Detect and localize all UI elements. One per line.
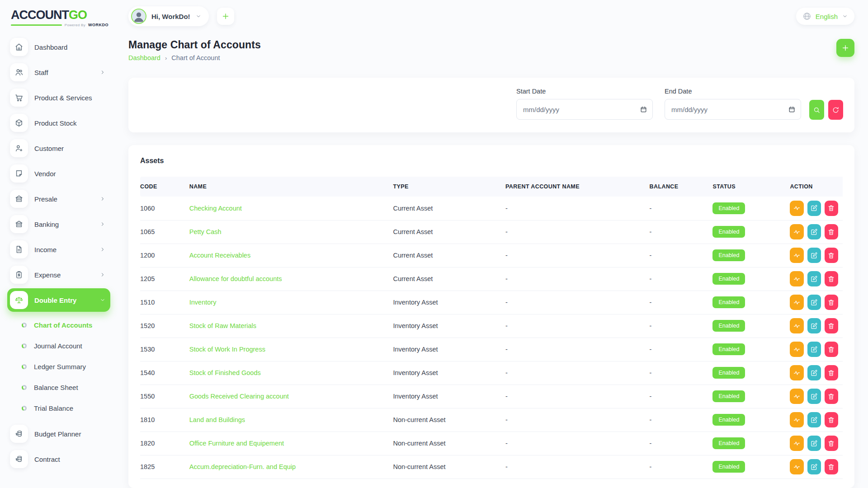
- sidebar-item-income[interactable]: Income: [7, 238, 110, 261]
- activity-button[interactable]: [790, 271, 803, 286]
- parent-account: -: [505, 385, 650, 408]
- activity-button[interactable]: [790, 365, 803, 380]
- account-name-link[interactable]: Stock of Raw Materials: [189, 322, 256, 329]
- sidebar-item-product-services[interactable]: Product & Services: [7, 86, 110, 109]
- status-badge: Enabled: [712, 437, 745, 450]
- sidebar-item-customer[interactable]: Customer: [7, 136, 110, 160]
- delete-button[interactable]: [825, 459, 838, 474]
- account-type: Current Asset: [393, 220, 505, 244]
- sidebar-subitem-chart-of-accounts[interactable]: Chart of Accounts: [7, 314, 110, 335]
- edit-button[interactable]: [807, 248, 821, 263]
- sidebar-subitem-journal-account[interactable]: Journal Account: [7, 335, 110, 356]
- sidebar-subitem-trial-balance[interactable]: Trial Balance: [7, 398, 110, 418]
- sidebar-item-label: Dashboard: [34, 43, 106, 51]
- edit-button[interactable]: [807, 295, 821, 310]
- accounts-table: CODE NAME TYPE PARENT ACCOUNT NAME BALAN…: [140, 177, 843, 479]
- delete-button[interactable]: [825, 389, 838, 404]
- edit-button[interactable]: [807, 459, 821, 474]
- account-code: 1530: [140, 338, 189, 361]
- activity-button[interactable]: [790, 248, 803, 263]
- sidebar-item-dashboard[interactable]: Dashboard: [7, 35, 110, 59]
- activity-button[interactable]: [790, 342, 803, 357]
- sidebar-item-expense[interactable]: Expense: [7, 263, 110, 286]
- sidebar-subitem-balance-sheet[interactable]: Balance Sheet: [7, 377, 110, 398]
- search-button[interactable]: [809, 100, 824, 120]
- account-code: 1550: [140, 385, 189, 408]
- start-date-input[interactable]: [516, 99, 653, 120]
- delete-button[interactable]: [825, 295, 838, 310]
- sidebar-item-banking[interactable]: Banking: [7, 212, 110, 236]
- activity-button[interactable]: [790, 412, 803, 427]
- delete-button[interactable]: [825, 224, 838, 239]
- account-name-link[interactable]: Account Receivables: [189, 252, 250, 259]
- sidebar-item-presale[interactable]: Presale: [7, 187, 110, 211]
- note-icon: [10, 164, 28, 183]
- edit-button[interactable]: [807, 271, 821, 286]
- delete-button[interactable]: [825, 412, 838, 427]
- status-badge: Enabled: [712, 461, 745, 473]
- subitem-label: Ledger Summary: [34, 363, 86, 371]
- edit-button[interactable]: [807, 318, 821, 333]
- edit-button[interactable]: [807, 389, 821, 404]
- account-name-link[interactable]: Office Furniture and Equipement: [189, 440, 284, 447]
- activity-button[interactable]: [790, 459, 803, 474]
- user-menu[interactable]: Hi, WorkDo!: [128, 6, 209, 26]
- edit-button[interactable]: [807, 224, 821, 239]
- edit-button[interactable]: [807, 365, 821, 380]
- activity-button[interactable]: [790, 436, 803, 451]
- start-date-label: Start Date: [516, 88, 653, 95]
- language-selector[interactable]: English: [796, 8, 854, 25]
- status-badge: Enabled: [712, 414, 745, 426]
- delete-button[interactable]: [825, 342, 838, 357]
- sidebar-subitem-ledger-summary[interactable]: Ledger Summary: [7, 356, 110, 377]
- quick-add-button[interactable]: [217, 8, 234, 25]
- activity-button[interactable]: [790, 295, 803, 310]
- app-logo[interactable]: ACCOUNTGO Powered By WORKDO: [7, 5, 110, 28]
- account-name-link[interactable]: Allowance for doubtful accounts: [189, 275, 282, 282]
- account-type: Current Asset: [393, 197, 505, 220]
- delete-button[interactable]: [825, 318, 838, 333]
- sidebar-item-double-entry[interactable]: Double Entry: [7, 288, 110, 312]
- chevron-down-icon: [99, 297, 106, 303]
- account-type: Inventory Asset: [393, 385, 505, 408]
- edit-button[interactable]: [807, 412, 821, 427]
- sidebar-item-product-stock[interactable]: Product Stock: [7, 111, 110, 135]
- account-name-link[interactable]: Goods Received Clearing account: [189, 393, 289, 400]
- app-root: ACCOUNTGO Powered By WORKDO Dashboard St…: [0, 0, 868, 488]
- sidebar-item-vendor[interactable]: Vendor: [7, 162, 110, 185]
- activity-button[interactable]: [790, 318, 803, 333]
- account-code: 1065: [140, 220, 189, 244]
- breadcrumb-dashboard-link[interactable]: Dashboard: [128, 54, 160, 61]
- edit-button[interactable]: [807, 342, 821, 357]
- activity-button[interactable]: [790, 224, 803, 239]
- scale-icon: [10, 291, 28, 309]
- account-name-link[interactable]: Petty Cash: [189, 228, 222, 235]
- table-row: 1200 Account Receivables Current Asset -…: [140, 244, 843, 267]
- account-name-link[interactable]: Checking Account: [189, 205, 242, 212]
- sidebar-item-contract[interactable]: Contract: [7, 447, 110, 471]
- delete-button[interactable]: [825, 248, 838, 263]
- activity-button[interactable]: [790, 389, 803, 404]
- edit-button[interactable]: [807, 201, 821, 216]
- delete-button[interactable]: [825, 201, 838, 216]
- row-actions: [790, 365, 838, 380]
- sidebar-item-staff[interactable]: Staff: [7, 61, 110, 84]
- delete-button[interactable]: [825, 271, 838, 286]
- account-name-link[interactable]: Accum.depreciation-Furn. and Equip: [189, 463, 296, 470]
- create-account-button[interactable]: [836, 39, 854, 57]
- account-balance: -: [650, 408, 713, 432]
- delete-button[interactable]: [825, 365, 838, 380]
- account-name-link[interactable]: Stock of Work In Progress: [189, 346, 265, 353]
- account-name-link[interactable]: Land and Buildings: [189, 416, 245, 423]
- account-balance: -: [650, 244, 713, 267]
- row-actions: [790, 412, 838, 427]
- account-name-link[interactable]: Inventory: [189, 299, 217, 306]
- reset-button[interactable]: [828, 100, 843, 120]
- account-name-link[interactable]: Stock of Finished Goods: [189, 369, 261, 376]
- logo-text-secondary: GO: [69, 8, 87, 22]
- activity-button[interactable]: [790, 201, 803, 216]
- sidebar-item-budget-planner[interactable]: Budget Planner: [7, 422, 110, 446]
- end-date-input[interactable]: [665, 99, 801, 120]
- edit-button[interactable]: [807, 436, 821, 451]
- delete-button[interactable]: [825, 436, 838, 451]
